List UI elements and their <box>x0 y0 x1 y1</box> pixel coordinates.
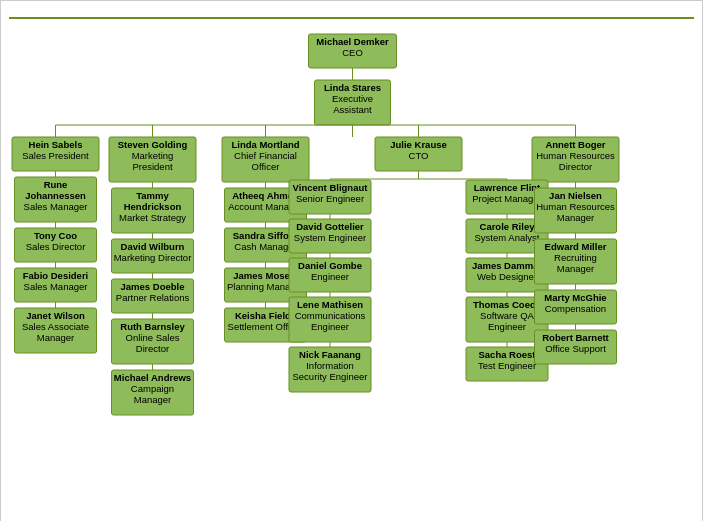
svg-text:Linda Mortland: Linda Mortland <box>231 139 299 150</box>
svg-text:Daniel Gombe: Daniel Gombe <box>298 260 362 271</box>
svg-text:James Doeble: James Doeble <box>121 281 185 292</box>
svg-text:Linda Stares: Linda Stares <box>324 82 381 93</box>
svg-text:Senior Engineer: Senior Engineer <box>296 193 364 204</box>
svg-text:Officer: Officer <box>252 161 280 172</box>
svg-text:Nick Faanang: Nick Faanang <box>299 349 361 360</box>
svg-text:James Dammar: James Dammar <box>472 260 543 271</box>
svg-text:Robert Barnett: Robert Barnett <box>542 332 609 343</box>
svg-text:Manager: Manager <box>557 212 595 223</box>
svg-text:Rune: Rune <box>44 179 68 190</box>
svg-text:Human Resources: Human Resources <box>536 201 615 212</box>
svg-text:Edward Miller: Edward Miller <box>545 241 607 252</box>
svg-text:Tammy: Tammy <box>136 190 169 201</box>
svg-text:Carole Riley: Carole Riley <box>480 221 536 232</box>
svg-text:CEO: CEO <box>342 47 363 58</box>
svg-text:Engineer: Engineer <box>488 321 526 332</box>
svg-text:CTO: CTO <box>409 150 429 161</box>
svg-text:Lawrence Flint: Lawrence Flint <box>474 182 541 193</box>
svg-text:Compensation: Compensation <box>545 303 606 314</box>
svg-text:Keisha Fields: Keisha Fields <box>235 310 296 321</box>
svg-text:Market Strategy: Market Strategy <box>119 212 186 223</box>
svg-text:Campaign: Campaign <box>131 383 174 394</box>
svg-text:Hendrickson: Hendrickson <box>124 201 182 212</box>
svg-text:Sacha Roest: Sacha Roest <box>478 349 536 360</box>
svg-text:Director: Director <box>136 343 169 354</box>
svg-text:Project Manager: Project Manager <box>472 193 542 204</box>
svg-text:Marketing Director: Marketing Director <box>114 252 192 263</box>
svg-text:Ruth Barnsley: Ruth Barnsley <box>120 321 185 332</box>
svg-text:Manager: Manager <box>557 263 595 274</box>
svg-text:Cash Manager: Cash Manager <box>234 241 296 252</box>
svg-text:Engineer: Engineer <box>311 321 349 332</box>
svg-text:Executive: Executive <box>332 93 373 104</box>
svg-text:Marketing: Marketing <box>132 150 174 161</box>
svg-text:David Gottelier: David Gottelier <box>296 221 364 232</box>
svg-text:Tony Coo: Tony Coo <box>34 230 77 241</box>
svg-text:Sales President: Sales President <box>22 150 89 161</box>
svg-text:Software QA: Software QA <box>480 310 535 321</box>
svg-text:President: President <box>132 161 172 172</box>
svg-text:Online Sales: Online Sales <box>126 332 180 343</box>
svg-text:Thomas Coedy: Thomas Coedy <box>473 299 542 310</box>
svg-text:David Wilburn: David Wilburn <box>121 241 185 252</box>
svg-text:Sales Associate: Sales Associate <box>22 321 89 332</box>
svg-text:Sales Manager: Sales Manager <box>24 201 88 212</box>
svg-text:Hein Sabels: Hein Sabels <box>29 139 83 150</box>
svg-text:Michael Demker: Michael Demker <box>316 36 389 47</box>
svg-text:Engineer: Engineer <box>311 271 349 282</box>
svg-text:Human Resources: Human Resources <box>536 150 615 161</box>
svg-text:Communications: Communications <box>295 310 366 321</box>
page: Michael DemkerCEOLinda StaresExecutiveAs… <box>0 0 703 521</box>
svg-text:Director: Director <box>559 161 592 172</box>
svg-text:Lene Mathisen: Lene Mathisen <box>297 299 363 310</box>
svg-text:Marty McGhie: Marty McGhie <box>544 292 606 303</box>
svg-text:Jan Nielsen: Jan Nielsen <box>549 190 602 201</box>
svg-text:Web Designer: Web Designer <box>477 271 537 282</box>
svg-text:Sales Manager: Sales Manager <box>24 281 88 292</box>
svg-text:Security Engineer: Security Engineer <box>293 371 368 382</box>
svg-text:System Engineer: System Engineer <box>294 232 366 243</box>
svg-text:Vincent Blignaut: Vincent Blignaut <box>293 182 369 193</box>
org-chart: Michael DemkerCEOLinda StaresExecutiveAs… <box>9 29 696 521</box>
svg-text:Annett Boger: Annett Boger <box>545 139 605 150</box>
svg-text:Sales Director: Sales Director <box>26 241 86 252</box>
svg-text:Steven Golding: Steven Golding <box>118 139 188 150</box>
svg-text:Johannessen: Johannessen <box>25 190 86 201</box>
svg-text:Julie Krause: Julie Krause <box>390 139 447 150</box>
svg-text:Information: Information <box>306 360 354 371</box>
svg-text:Partner Relations: Partner Relations <box>116 292 190 303</box>
svg-text:Manager: Manager <box>37 332 75 343</box>
svg-text:Office Support: Office Support <box>545 343 606 354</box>
svg-text:System Analyst: System Analyst <box>475 232 540 243</box>
svg-text:Chief Financial: Chief Financial <box>234 150 297 161</box>
divider <box>9 17 694 19</box>
svg-text:Fabio Desideri: Fabio Desideri <box>23 270 88 281</box>
svg-text:Recruiting: Recruiting <box>554 252 597 263</box>
svg-text:Test Engineer: Test Engineer <box>478 360 536 371</box>
svg-text:Assistant: Assistant <box>333 104 372 115</box>
org-svg: Michael DemkerCEOLinda StaresExecutiveAs… <box>9 29 696 519</box>
svg-text:Michael Andrews: Michael Andrews <box>114 372 191 383</box>
svg-text:Manager: Manager <box>134 394 172 405</box>
svg-text:Janet Wilson: Janet Wilson <box>26 310 85 321</box>
